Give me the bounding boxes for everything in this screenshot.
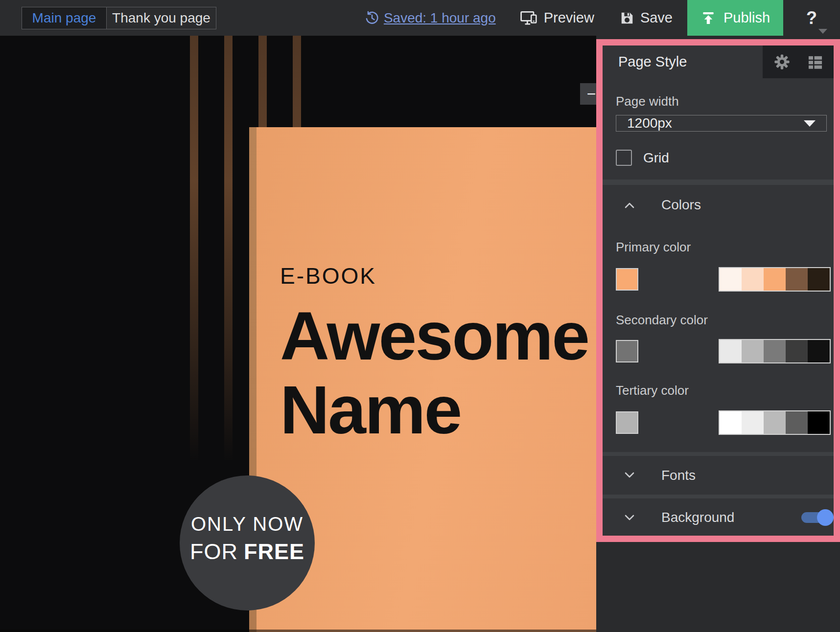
- page-width-label: Page width: [616, 94, 834, 109]
- panel-mode-icons: [763, 45, 834, 78]
- palette-cell[interactable]: [720, 411, 742, 434]
- palette-cell[interactable]: [808, 268, 830, 291]
- primary-color-swatch[interactable]: [616, 268, 638, 291]
- colors-section-header[interactable]: Colors: [603, 185, 834, 225]
- save-label: Save: [640, 10, 673, 26]
- palette-cell[interactable]: [742, 340, 764, 362]
- page-width-dropdown[interactable]: 1200px: [616, 115, 827, 132]
- palette-cell[interactable]: [786, 411, 808, 434]
- secondary-color-label: Secondary color: [616, 313, 834, 328]
- primary-color-row: [616, 267, 831, 292]
- grid-option-row: Grid: [616, 150, 834, 166]
- help-button[interactable]: ?: [783, 0, 840, 36]
- grid-checkbox[interactable]: [616, 150, 632, 166]
- chevron-up-icon: [625, 202, 634, 208]
- panel-title: Page Style: [618, 54, 687, 70]
- saved-status-link[interactable]: Saved: 1 hour ago: [365, 10, 496, 26]
- palette-cell[interactable]: [742, 268, 764, 291]
- decor-stripe: [190, 36, 198, 520]
- panel-header: Page Style: [603, 45, 834, 78]
- preview-label: Preview: [544, 10, 594, 26]
- palette-cell[interactable]: [720, 340, 742, 362]
- palette-cell[interactable]: [786, 268, 808, 291]
- publish-label: Publish: [723, 10, 770, 26]
- background-section-header[interactable]: Background: [603, 498, 834, 537]
- gear-icon[interactable]: [774, 54, 790, 70]
- background-section-label: Background: [661, 510, 734, 525]
- tertiary-color-row: [616, 410, 831, 435]
- chevron-down-icon: [625, 515, 634, 521]
- preview-button[interactable]: Preview: [520, 10, 594, 26]
- tertiary-color-label: Tertiary color: [616, 383, 834, 398]
- free-offer-badge[interactable]: ONLY NOW FORFREE: [180, 475, 315, 610]
- layers-list-icon[interactable]: [808, 54, 823, 69]
- primary-color-palette: [719, 267, 831, 292]
- save-button[interactable]: Save: [620, 10, 673, 26]
- saved-status-label: Saved: 1 hour ago: [384, 10, 496, 26]
- top-toolbar: Main page Thank you page Saved: 1 hour a…: [0, 0, 840, 36]
- background-toggle[interactable]: [800, 509, 834, 526]
- palette-cell[interactable]: [764, 268, 786, 291]
- badge-line1: ONLY NOW: [191, 513, 303, 535]
- section-divider: [603, 452, 834, 456]
- fonts-section-header[interactable]: Fonts: [603, 456, 834, 495]
- secondary-color-swatch[interactable]: [616, 340, 638, 362]
- palette-cell[interactable]: [764, 340, 786, 362]
- editor-window: Main page Thank you page Saved: 1 hour a…: [0, 0, 840, 632]
- question-mark-icon: ?: [806, 8, 817, 28]
- tab-main-page[interactable]: Main page: [22, 7, 106, 29]
- secondary-color-palette: [719, 339, 831, 363]
- chevron-down-icon: [625, 472, 634, 478]
- toggle-knob: [817, 509, 834, 526]
- tertiary-color-palette: [719, 410, 831, 435]
- preview-devices-icon: [520, 11, 538, 25]
- palette-cell[interactable]: [764, 411, 786, 434]
- chevron-down-icon: [818, 29, 827, 34]
- tab-thank-you-page[interactable]: Thank you page: [106, 7, 216, 29]
- ebook-kicker-text: E-BOOK: [280, 263, 588, 289]
- floppy-save-icon: [620, 11, 634, 25]
- page-width-value: 1200px: [627, 115, 672, 131]
- grid-label: Grid: [643, 150, 669, 166]
- cover-title-text: Awesome Name: [280, 299, 588, 447]
- tertiary-color-swatch[interactable]: [616, 411, 638, 434]
- palette-cell[interactable]: [808, 411, 830, 434]
- fonts-section-label: Fonts: [661, 468, 696, 483]
- section-divider: [603, 495, 834, 498]
- badge-line2: FORFREE: [190, 539, 304, 564]
- palette-cell[interactable]: [808, 340, 830, 362]
- section-divider: [603, 180, 834, 185]
- colors-section-label: Colors: [661, 197, 701, 213]
- page-tabs: Main page Thank you page: [22, 7, 216, 29]
- palette-cell[interactable]: [742, 411, 764, 434]
- decor-stripe: [224, 36, 233, 520]
- palette-cell[interactable]: [786, 340, 808, 362]
- upload-publish-icon: [700, 10, 716, 26]
- minus-icon: −: [587, 85, 596, 103]
- primary-color-label: Primary color: [616, 240, 834, 255]
- page-bottom-edge: [0, 630, 596, 632]
- publish-button[interactable]: Publish: [687, 0, 783, 36]
- secondary-color-row: [616, 339, 831, 363]
- history-clock-icon: [365, 11, 379, 25]
- dropdown-caret-icon: [804, 120, 816, 127]
- page-style-panel: Page Style: [596, 39, 840, 542]
- palette-cell[interactable]: [720, 268, 742, 291]
